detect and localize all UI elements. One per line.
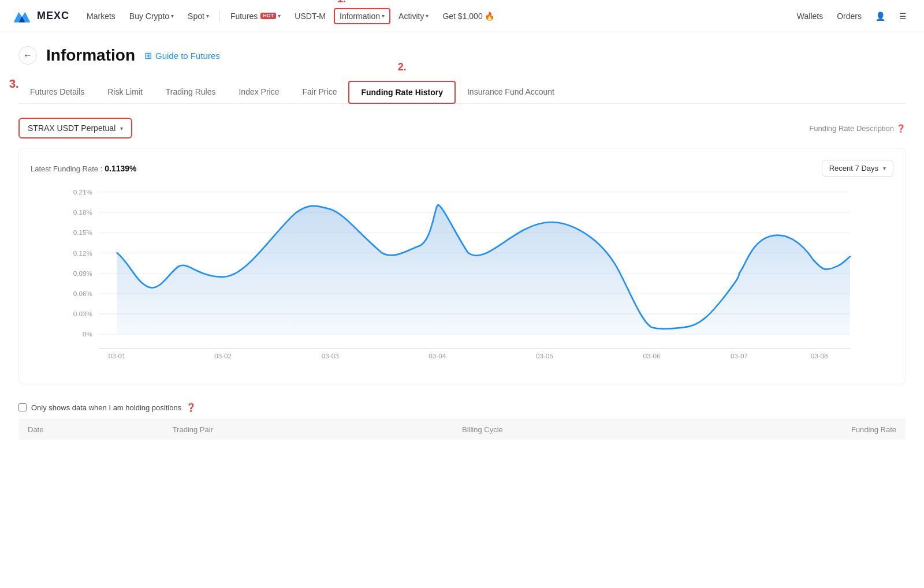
nav-markets[interactable]: Markets	[81, 8, 121, 24]
navbar: MEXC Markets Buy Crypto ▾ Spot ▾ Futures…	[0, 0, 924, 32]
chevron-down-icon: ▾	[206, 13, 209, 19]
svg-text:03-05: 03-05	[536, 352, 553, 359]
tab-risk-limit[interactable]: Risk Limit	[96, 81, 154, 103]
nav-spot[interactable]: Spot ▾	[182, 8, 215, 24]
svg-text:03-07: 03-07	[731, 352, 748, 359]
col-funding-rate: Funding Rate	[751, 425, 896, 434]
tab-futures-details[interactable]: Futures Details	[18, 81, 96, 103]
nav-futures[interactable]: Futures HOT ▾	[225, 8, 286, 24]
nav-wallets[interactable]: Wallets	[791, 8, 829, 24]
page-header: ← Information ⊞ Guide to Futures	[18, 46, 906, 65]
col-date: Date	[28, 425, 173, 434]
annotation-3: 3.	[9, 77, 19, 91]
svg-text:0.12%: 0.12%	[73, 249, 92, 257]
chevron-down-icon: ▾	[382, 13, 385, 19]
svg-text:03-03: 03-03	[322, 352, 339, 359]
chevron-down-icon: ▾	[171, 13, 174, 19]
svg-text:03-08: 03-08	[811, 352, 828, 359]
svg-text:0.03%: 0.03%	[73, 310, 92, 317]
checkbox-row: Only shows data when I am holding positi…	[18, 396, 906, 419]
help-icon[interactable]: ❓	[186, 403, 196, 412]
svg-text:03-04: 03-04	[429, 352, 446, 359]
svg-text:03-01: 03-01	[109, 352, 126, 359]
back-button[interactable]: ←	[18, 46, 37, 65]
logo[interactable]: MEXC	[12, 6, 69, 27]
nav-right: Wallets Orders 👤 ☰	[791, 8, 912, 24]
svg-text:03-06: 03-06	[643, 352, 661, 359]
svg-text:0.21%: 0.21%	[73, 188, 92, 196]
tab-index-price[interactable]: Index Price	[227, 81, 290, 103]
annotation-2: 2.	[398, 61, 407, 73]
tab-fair-price[interactable]: Fair Price	[291, 81, 349, 103]
chevron-down-icon: ▾	[883, 165, 886, 171]
svg-text:0.15%: 0.15%	[73, 229, 92, 236]
hot-badge: HOT	[260, 13, 276, 19]
controls-row: STRAX USDT Perpetual ▾ Funding Rate Desc…	[18, 118, 906, 138]
chevron-down-icon: ▾	[426, 13, 429, 19]
nav-divider	[219, 10, 220, 22]
positions-checkbox[interactable]	[18, 403, 27, 411]
guide-to-futures-link[interactable]: ⊞ Guide to Futures	[144, 50, 220, 61]
funding-rate-chart: 0.21% 0.18% 0.15% 0.12% 0.09% 0.06% 0.03…	[31, 186, 893, 372]
help-icon: ❓	[896, 124, 906, 133]
col-billing-cycle: Billing Cycle	[462, 425, 751, 434]
logo-text: MEXC	[37, 10, 69, 22]
table-header: Date Trading Pair Billing Cycle Funding …	[18, 419, 906, 440]
guide-icon: ⊞	[144, 50, 152, 61]
tab-funding-rate-history[interactable]: Funding Rate History 2.	[348, 81, 456, 104]
nav-information[interactable]: Information ▾ 1.	[334, 8, 390, 24]
funding-rate-display: Latest Funding Rate : 0.1139%	[31, 164, 136, 173]
user-icon: 👤	[875, 12, 885, 21]
tab-insurance-fund[interactable]: Insurance Fund Account	[456, 81, 566, 103]
svg-text:0.06%: 0.06%	[73, 290, 92, 297]
chevron-down-icon: ▾	[120, 125, 123, 132]
nav-get-money[interactable]: Get $1,000 🔥	[437, 8, 500, 24]
logo-icon	[12, 6, 32, 27]
nav-activity[interactable]: Activity ▾	[393, 8, 434, 24]
svg-text:0%: 0%	[83, 330, 92, 338]
chart-svg: 0.21% 0.18% 0.15% 0.12% 0.09% 0.06% 0.03…	[31, 186, 893, 370]
nav-buy-crypto[interactable]: Buy Crypto ▾	[124, 8, 180, 24]
svg-text:0.18%: 0.18%	[73, 208, 92, 216]
tabs-bar: 3. Futures Details Risk Limit Trading Ru…	[18, 81, 906, 104]
nav-menu-icon[interactable]: ☰	[893, 8, 912, 24]
nav-user-icon[interactable]: 👤	[870, 8, 891, 24]
chart-header: Latest Funding Rate : 0.1139% Recent 7 D…	[31, 160, 893, 177]
funding-rate-description-link[interactable]: Funding Rate Description ❓	[809, 124, 906, 133]
svg-text:0.09%: 0.09%	[73, 269, 92, 277]
main-content: ← Information ⊞ Guide to Futures 3. Futu…	[0, 32, 924, 454]
hamburger-icon: ☰	[899, 12, 907, 21]
contract-selector[interactable]: STRAX USDT Perpetual ▾	[18, 118, 132, 138]
page-title: Information	[46, 46, 135, 65]
nav-usdt-m[interactable]: USDT-M	[289, 8, 331, 24]
svg-text:03-02: 03-02	[214, 352, 232, 359]
col-trading-pair: Trading Pair	[173, 425, 462, 434]
period-selector[interactable]: Recent 7 Days ▾	[822, 160, 893, 177]
nav-orders[interactable]: Orders	[831, 8, 867, 24]
chart-section: Latest Funding Rate : 0.1139% Recent 7 D…	[18, 148, 906, 384]
tab-trading-rules[interactable]: Trading Rules	[154, 81, 228, 103]
flame-icon: 🔥	[485, 12, 494, 21]
chevron-down-icon: ▾	[278, 13, 281, 19]
annotation-1: 1.	[337, 0, 346, 5]
